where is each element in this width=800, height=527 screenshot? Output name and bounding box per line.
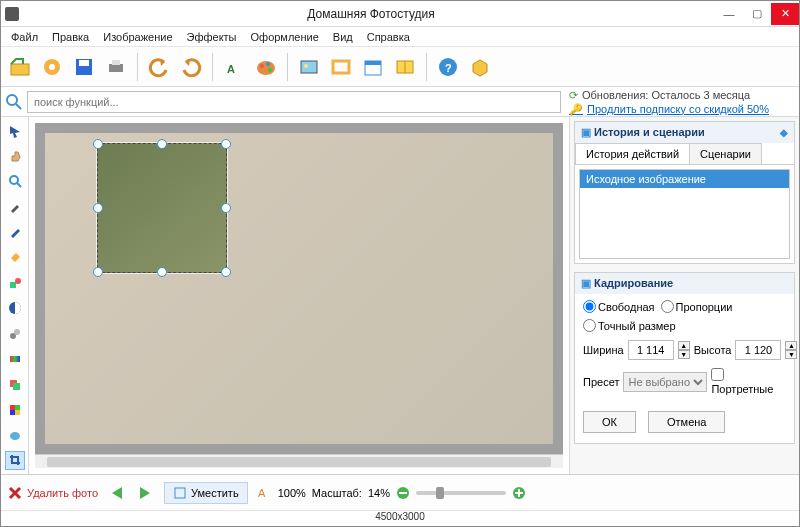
help-icon[interactable]: ? xyxy=(433,52,463,82)
zoom-in-icon[interactable] xyxy=(512,486,526,500)
rainbow-tool-icon[interactable] xyxy=(5,349,25,368)
ok-button[interactable]: ОК xyxy=(583,411,636,433)
save-icon[interactable] xyxy=(69,52,99,82)
height-spinner[interactable]: ▲▼ xyxy=(785,341,797,359)
zoom-100-icon[interactable]: A xyxy=(258,486,272,500)
search-row: ⟳Обновления: Осталось 3 месяца 🔑Продлить… xyxy=(1,87,799,117)
toolbar-separator xyxy=(287,53,288,81)
width-input[interactable] xyxy=(628,340,674,360)
eraser-tool-icon[interactable] xyxy=(5,425,25,444)
minimize-button[interactable]: — xyxy=(715,3,743,25)
menu-decoration[interactable]: Оформление xyxy=(245,29,325,45)
delete-icon xyxy=(7,485,23,501)
eyedropper-tool-icon[interactable] xyxy=(5,197,25,216)
height-input[interactable] xyxy=(735,340,781,360)
zoom-out-icon[interactable] xyxy=(396,486,410,500)
portrait-checkbox[interactable]: Портретные xyxy=(711,368,786,395)
hand-tool-icon[interactable] xyxy=(5,146,25,165)
maximize-button[interactable]: ▢ xyxy=(743,3,771,25)
crop-handle[interactable] xyxy=(93,139,103,149)
redo-icon[interactable] xyxy=(176,52,206,82)
image-icon[interactable] xyxy=(294,52,324,82)
collapse-icon[interactable]: ◆ xyxy=(780,127,788,138)
toolbar-separator xyxy=(426,53,427,81)
text-icon[interactable]: A xyxy=(219,52,249,82)
clone-tool-icon[interactable] xyxy=(5,324,25,343)
history-panel-title: История и сценарии xyxy=(594,126,705,138)
svg-rect-24 xyxy=(10,282,16,288)
svg-point-11 xyxy=(268,68,272,72)
history-panel-header: ▣ История и сценарии ◆ xyxy=(575,122,794,143)
tab-history[interactable]: История действий xyxy=(575,143,690,164)
canvas-area xyxy=(29,117,569,474)
calendar-icon[interactable] xyxy=(358,52,388,82)
zoom-100-label[interactable]: 100% xyxy=(278,487,306,499)
svg-rect-43 xyxy=(518,489,520,497)
crop-handle[interactable] xyxy=(93,267,103,277)
cancel-button[interactable]: Отмена xyxy=(648,411,725,433)
preset-label: Пресет xyxy=(583,376,619,388)
search-input[interactable] xyxy=(27,91,561,113)
palette-icon[interactable] xyxy=(251,52,281,82)
menu-help[interactable]: Справка xyxy=(361,29,416,45)
history-list[interactable]: Исходное изображение xyxy=(579,169,790,259)
next-icon[interactable] xyxy=(134,485,154,501)
radio-proportions[interactable]: Пропорции xyxy=(661,300,733,313)
preset-select[interactable]: Не выбрано xyxy=(623,372,707,392)
layers-tool-icon[interactable] xyxy=(5,375,25,394)
color-tool-icon[interactable] xyxy=(5,400,25,419)
prev-icon[interactable] xyxy=(108,485,128,501)
svg-point-28 xyxy=(14,329,20,335)
toolbar-separator xyxy=(137,53,138,81)
contrast-tool-icon[interactable] xyxy=(5,299,25,318)
crop-handle[interactable] xyxy=(221,139,231,149)
menu-effects[interactable]: Эффекты xyxy=(181,29,243,45)
width-spinner[interactable]: ▲▼ xyxy=(678,341,690,359)
pen-tool-icon[interactable] xyxy=(5,222,25,241)
frame-icon[interactable] xyxy=(326,52,356,82)
svg-rect-35 xyxy=(15,410,20,415)
history-item[interactable]: Исходное изображение xyxy=(580,170,789,188)
undo-icon[interactable] xyxy=(144,52,174,82)
canvas[interactable] xyxy=(35,123,563,454)
crop-handle[interactable] xyxy=(93,203,103,213)
radio-free[interactable]: Свободная xyxy=(583,300,655,313)
delete-photo-button[interactable]: Удалить фото xyxy=(7,485,98,501)
crop-handle[interactable] xyxy=(221,267,231,277)
print-icon[interactable] xyxy=(101,52,131,82)
gear-icon[interactable] xyxy=(37,52,67,82)
horizontal-scrollbar[interactable] xyxy=(35,454,563,468)
fit-button[interactable]: Уместить xyxy=(164,482,248,504)
history-panel: ▣ История и сценарии ◆ История действий … xyxy=(574,121,795,264)
crop-handle[interactable] xyxy=(157,267,167,277)
pointer-tool-icon[interactable] xyxy=(5,121,25,140)
close-button[interactable]: ✕ xyxy=(771,3,799,25)
left-toolbar xyxy=(1,117,29,474)
side-panel: ▣ История и сценарии ◆ История действий … xyxy=(569,117,799,474)
package-icon[interactable] xyxy=(465,52,495,82)
status-bar: Удалить фото Уместить A 100% Масштаб: 14… xyxy=(1,474,799,510)
window-title: Домашняя Фотостудия xyxy=(27,7,715,21)
menu-image[interactable]: Изображение xyxy=(97,29,178,45)
menu-file[interactable]: Файл xyxy=(5,29,44,45)
svg-point-25 xyxy=(15,278,21,284)
crop-handle[interactable] xyxy=(157,139,167,149)
share-icon[interactable] xyxy=(390,52,420,82)
svg-point-9 xyxy=(260,64,264,68)
open-icon[interactable] xyxy=(5,52,35,82)
crop-panel-title: Кадрирование xyxy=(594,277,673,289)
radio-exact[interactable]: Точный размер xyxy=(583,319,676,332)
crop-tool-icon[interactable] xyxy=(5,451,25,470)
crop-handle[interactable] xyxy=(221,203,231,213)
svg-rect-4 xyxy=(79,60,89,66)
shapes-tool-icon[interactable] xyxy=(5,273,25,292)
bucket-tool-icon[interactable] xyxy=(5,248,25,267)
zoom-slider[interactable] xyxy=(416,491,506,495)
svg-point-8 xyxy=(257,61,275,75)
subscription-link[interactable]: 🔑Продлить подписку со скидкой 50% xyxy=(569,102,795,116)
menu-edit[interactable]: Правка xyxy=(46,29,95,45)
magnifier-tool-icon[interactable] xyxy=(5,172,25,191)
crop-selection[interactable] xyxy=(97,143,227,273)
menu-view[interactable]: Вид xyxy=(327,29,359,45)
tab-scenarios[interactable]: Сценарии xyxy=(689,143,762,164)
